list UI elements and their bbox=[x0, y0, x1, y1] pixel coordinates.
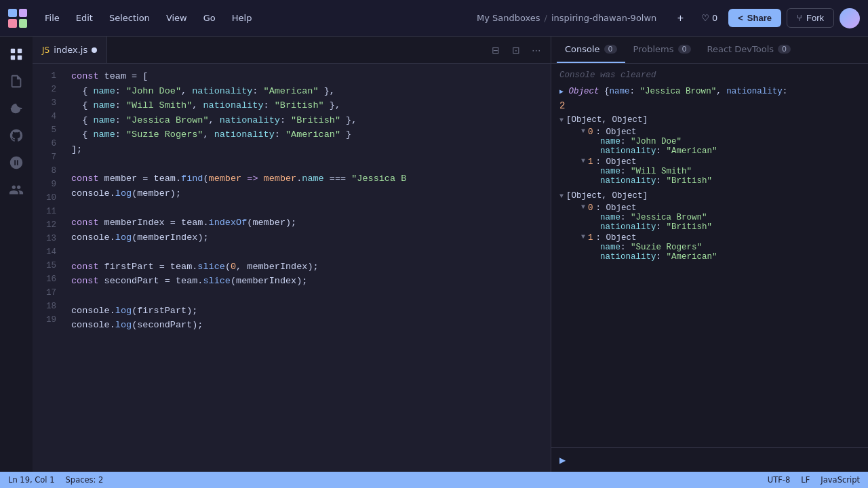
status-spaces[interactable]: Spaces: 2 bbox=[66, 475, 104, 485]
tree-item: 0: Objectname: "Jessica Brown"nationalit… bbox=[570, 203, 860, 232]
code-line[interactable]: { name: "Jessica Brown", nationality: "B… bbox=[66, 113, 551, 128]
menu-selection[interactable]: Selection bbox=[102, 9, 157, 27]
users-icon[interactable] bbox=[4, 178, 28, 202]
status-position[interactable]: Ln 19, Col 1 bbox=[8, 475, 55, 485]
toggle-panel-button[interactable]: ⊡ bbox=[507, 41, 525, 59]
code-line[interactable]: console.log(member); bbox=[66, 186, 551, 201]
github-icon[interactable] bbox=[4, 123, 28, 148]
plus-button[interactable]: + bbox=[670, 8, 690, 28]
tab-label: index.js bbox=[54, 45, 87, 55]
explorer-icon[interactable] bbox=[4, 42, 28, 66]
react-devtools-label: React DevTools bbox=[707, 44, 774, 54]
code-line[interactable] bbox=[66, 157, 551, 172]
status-encoding[interactable]: UTF-8 bbox=[768, 475, 791, 485]
menu-edit[interactable]: Edit bbox=[69, 9, 100, 27]
code-line[interactable] bbox=[66, 201, 551, 216]
tree-prop: name: "Will Smith" bbox=[581, 167, 860, 176]
panel-bottom: ▶ bbox=[551, 447, 868, 472]
code-line[interactable] bbox=[66, 333, 551, 348]
menu-go[interactable]: Go bbox=[197, 9, 222, 27]
code-line[interactable] bbox=[66, 245, 551, 260]
js-file-icon: JS bbox=[42, 45, 50, 55]
fork-button[interactable]: ⑂ Fork bbox=[787, 8, 834, 28]
breadcrumb-root[interactable]: My Sandboxes bbox=[477, 13, 540, 23]
tree-item-toggle[interactable] bbox=[581, 203, 585, 213]
tab-bar: JS index.js ⊟ ⊡ ⋯ bbox=[33, 37, 551, 64]
code-line[interactable]: ]; bbox=[66, 142, 551, 157]
line-numbers: 12345678910111213141516171819 bbox=[33, 64, 63, 472]
svg-rect-2 bbox=[11, 56, 15, 60]
code-content[interactable]: const team = [ { name: "John Doe", natio… bbox=[63, 64, 551, 472]
svg-rect-1 bbox=[18, 49, 22, 53]
tab-problems[interactable]: Problems 0 bbox=[625, 37, 699, 63]
code-line[interactable]: const secondPart = team.slice(memberInde… bbox=[66, 274, 551, 289]
tree-prop: nationality: "American" bbox=[581, 252, 860, 262]
code-line[interactable]: { name: "Suzie Rogers", nationality: "Am… bbox=[66, 127, 551, 142]
menu-view[interactable]: View bbox=[159, 9, 194, 27]
file-icon[interactable] bbox=[4, 69, 28, 94]
panel-tabs: Console 0 Problems 0 React DevTools 0 bbox=[551, 37, 868, 64]
code-line[interactable]: const member = team.find(member => membe… bbox=[66, 171, 551, 186]
main-area: JS index.js ⊟ ⊡ ⋯ 1234567891011121314151… bbox=[0, 37, 868, 472]
tree-prop: name: "Suzie Rogers" bbox=[581, 243, 860, 252]
split-editor-button[interactable]: ⊟ bbox=[487, 41, 505, 59]
settings-icon[interactable] bbox=[4, 96, 28, 121]
breadcrumb: My Sandboxes / inspiring-dhawan-9olwn bbox=[477, 13, 656, 23]
panel: Console 0 Problems 0 React DevTools 0 Co… bbox=[551, 37, 868, 472]
menu-help[interactable]: Help bbox=[225, 9, 259, 27]
menu-bar: File Edit Selection View Go Help My Sand… bbox=[0, 0, 868, 37]
share-button[interactable]: < Share bbox=[728, 9, 781, 27]
code-line[interactable]: console.log(memberIndex); bbox=[66, 230, 551, 245]
unsaved-indicator bbox=[92, 47, 97, 53]
menu-items: File Edit Selection View Go Help bbox=[38, 9, 463, 27]
logo[interactable] bbox=[8, 9, 27, 28]
tree-item: 0: Objectname: "John Doe"nationality: "A… bbox=[570, 127, 860, 156]
tree-item: 1: Objectname: "Will Smith"nationality: … bbox=[570, 157, 860, 186]
more-actions-button[interactable]: ⋯ bbox=[528, 41, 545, 59]
tree-toggle[interactable] bbox=[559, 117, 564, 124]
problems-label: Problems bbox=[633, 44, 674, 54]
menu-file[interactable]: File bbox=[38, 9, 66, 27]
tab-actions: ⊟ ⊡ ⋯ bbox=[487, 41, 551, 59]
tree-item-toggle[interactable] bbox=[581, 127, 585, 137]
status-line-ending[interactable]: LF bbox=[801, 475, 810, 485]
code-line[interactable]: console.log(secondPart); bbox=[66, 318, 551, 333]
code-editor[interactable]: 12345678910111213141516171819 const team… bbox=[33, 64, 551, 472]
console-label: Console bbox=[565, 44, 600, 54]
code-line[interactable]: { name: "Will Smith", nationality: "Brit… bbox=[66, 98, 551, 113]
tree-item-toggle[interactable] bbox=[581, 157, 585, 167]
console-input-area: ▶ bbox=[559, 455, 860, 465]
status-bar: Ln 19, Col 1 Spaces: 2 UTF-8 LF JavaScri… bbox=[0, 472, 868, 488]
problems-badge: 0 bbox=[678, 45, 691, 54]
code-line[interactable]: const firstPart = team.slice(0, memberIn… bbox=[66, 260, 551, 274]
rocket-icon[interactable] bbox=[4, 150, 28, 175]
status-language[interactable]: JavaScript bbox=[821, 475, 860, 485]
code-line[interactable]: const memberIndex = team.indexOf(member)… bbox=[66, 216, 551, 230]
breadcrumb-project[interactable]: inspiring-dhawan-9olwn bbox=[551, 13, 656, 23]
console-arrow-icon: ▶ bbox=[559, 455, 566, 465]
tree-item-toggle[interactable] bbox=[581, 233, 585, 243]
activity-bar bbox=[0, 37, 33, 472]
editor-area: JS index.js ⊟ ⊡ ⋯ 1234567891011121314151… bbox=[33, 37, 551, 472]
menu-right: + ♡ 0 < Share ⑂ Fork bbox=[670, 8, 860, 28]
tree-toggle[interactable] bbox=[559, 192, 564, 200]
tree-prop: nationality: "British" bbox=[581, 176, 860, 186]
avatar[interactable] bbox=[840, 8, 860, 28]
code-line[interactable]: console.log(firstPart); bbox=[66, 304, 551, 319]
heart-icon: ♡ bbox=[701, 13, 709, 23]
tab-console[interactable]: Console 0 bbox=[557, 37, 625, 63]
tab-react-devtools[interactable]: React DevTools 0 bbox=[699, 37, 800, 63]
breadcrumb-separator: / bbox=[545, 13, 547, 23]
react-devtools-badge: 0 bbox=[778, 45, 791, 54]
tree-prop: nationality: "British" bbox=[581, 222, 860, 232]
panel-content: Console was cleared▶ Object {name: "Jess… bbox=[551, 64, 868, 447]
code-line[interactable]: const team = [ bbox=[66, 69, 551, 84]
status-right: UTF-8 LF JavaScript bbox=[768, 475, 860, 485]
tab-index-js[interactable]: JS index.js bbox=[33, 37, 107, 63]
code-line[interactable]: { name: "John Doe", nationality: "Americ… bbox=[66, 84, 551, 99]
console-number: 2 bbox=[559, 100, 860, 111]
code-line[interactable] bbox=[66, 289, 551, 304]
heart-button[interactable]: ♡ 0 bbox=[696, 10, 723, 26]
tree-prop: nationality: "American" bbox=[581, 146, 860, 156]
console-array-section: [Object, Object]0: Objectname: "Jessica … bbox=[559, 191, 860, 262]
